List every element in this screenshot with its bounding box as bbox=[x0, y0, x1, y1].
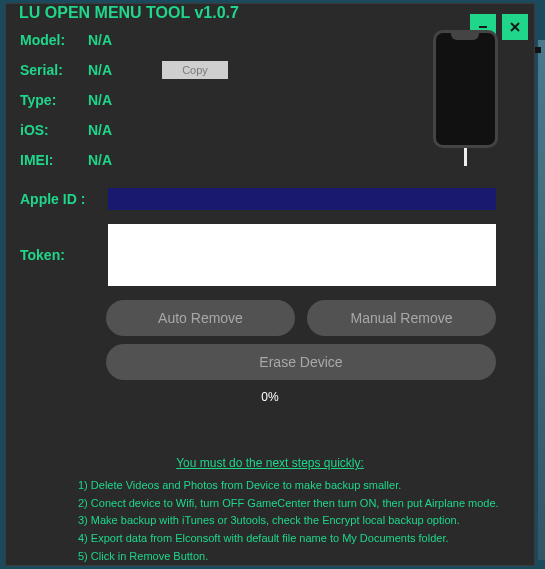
instruction-step-5: 5) Click in Remove Button. bbox=[78, 548, 520, 566]
appleid-row: Apple ID : bbox=[20, 188, 520, 210]
window-title: LU OPEN MENU TOOL v1.0.7 bbox=[19, 4, 239, 22]
background-edge bbox=[538, 40, 545, 560]
type-row: Type: N/A bbox=[20, 88, 410, 112]
form-area: Apple ID : Token: Auto Remove Manual Rem… bbox=[6, 178, 534, 404]
titlebar[interactable]: LU OPEN MENU TOOL v1.0.7 bbox=[6, 4, 534, 22]
remove-buttons-row: Auto Remove Manual Remove bbox=[106, 300, 496, 336]
token-input[interactable] bbox=[108, 224, 496, 286]
serial-label: Serial: bbox=[20, 62, 88, 78]
serial-row: Serial: N/A Copy bbox=[20, 58, 410, 82]
ios-label: iOS: bbox=[20, 122, 88, 138]
erase-device-button[interactable]: Erase Device bbox=[106, 344, 496, 380]
instruction-step-4: 4) Export data from Elconsoft with defau… bbox=[78, 530, 520, 548]
serial-value: N/A bbox=[88, 62, 112, 78]
appleid-input[interactable] bbox=[108, 188, 496, 210]
device-image-area bbox=[410, 28, 520, 178]
progress-text: 0% bbox=[20, 390, 520, 404]
imei-row: IMEI: N/A bbox=[20, 148, 410, 172]
type-label: Type: bbox=[20, 92, 88, 108]
close-icon bbox=[509, 21, 521, 33]
ios-value: N/A bbox=[88, 122, 112, 138]
model-value: N/A bbox=[88, 32, 112, 48]
imei-label: IMEI: bbox=[20, 152, 88, 168]
token-label: Token: bbox=[20, 247, 106, 263]
device-info-fields: Model: N/A Serial: N/A Copy Type: N/A iO… bbox=[20, 28, 410, 178]
instruction-step-2: 2) Conect device to Wifi, turn OFF GameC… bbox=[78, 495, 520, 513]
close-button[interactable] bbox=[502, 14, 528, 40]
instruction-step-3: 3) Make backup with iTunes or 3utools, c… bbox=[78, 512, 520, 530]
instruction-step-1: 1) Delete Videos and Photos from Device … bbox=[78, 477, 520, 495]
device-info-area: Model: N/A Serial: N/A Copy Type: N/A iO… bbox=[6, 22, 534, 178]
imei-value: N/A bbox=[88, 152, 112, 168]
copy-button[interactable]: Copy bbox=[162, 61, 228, 79]
erase-row: Erase Device bbox=[106, 344, 496, 380]
manual-remove-button[interactable]: Manual Remove bbox=[307, 300, 496, 336]
type-value: N/A bbox=[88, 92, 112, 108]
model-label: Model: bbox=[20, 32, 88, 48]
appleid-label: Apple ID : bbox=[20, 191, 106, 207]
background-corner bbox=[535, 47, 541, 53]
ios-row: iOS: N/A bbox=[20, 118, 410, 142]
auto-remove-button[interactable]: Auto Remove bbox=[106, 300, 295, 336]
model-row: Model: N/A bbox=[20, 28, 410, 52]
token-row: Token: bbox=[20, 224, 520, 286]
instructions-heading: You must do the next steps quickly: bbox=[20, 454, 520, 473]
phone-icon bbox=[433, 30, 498, 160]
instructions-area: You must do the next steps quickly: 1) D… bbox=[6, 440, 534, 565]
main-window: LU OPEN MENU TOOL v1.0.7 Model: N/A Seri… bbox=[5, 3, 535, 566]
